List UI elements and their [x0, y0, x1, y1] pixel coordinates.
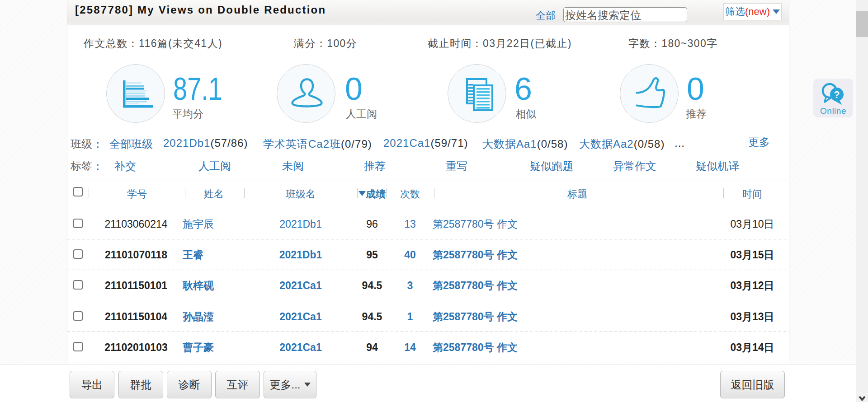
svg-text:?: ? [834, 89, 840, 100]
